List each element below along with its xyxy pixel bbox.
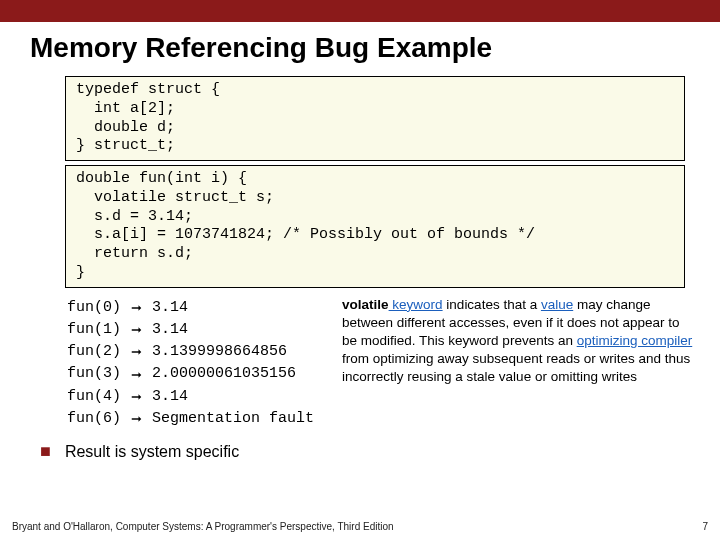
text-fragment: indicates that a bbox=[443, 297, 541, 312]
footer: Bryant and O'Hallaron, Computer Systems:… bbox=[12, 521, 708, 532]
bullet-text: Result is system specific bbox=[65, 443, 239, 461]
out-cell: 3.1399998664856 bbox=[152, 342, 322, 362]
explanation-text: volatile keyword indicates that a value … bbox=[342, 296, 700, 463]
out-cell: 3.14 bbox=[152, 320, 322, 340]
bullet-item: ■ Result is system specific bbox=[40, 441, 324, 462]
out-cell: 2.00000061035156 bbox=[152, 364, 322, 384]
slide-title: Memory Referencing Bug Example bbox=[0, 22, 720, 76]
table-row: fun(3)➞2.00000061035156 bbox=[67, 364, 322, 384]
out-cell: 3.14 bbox=[152, 387, 322, 407]
arrow-icon: ➞ bbox=[131, 409, 150, 429]
table-row: fun(4)➞3.14 bbox=[67, 387, 322, 407]
call-cell: fun(2) bbox=[67, 342, 129, 362]
results-column: fun(0)➞3.14 fun(1)➞3.14 fun(2)➞3.1399998… bbox=[65, 296, 324, 463]
footer-citation: Bryant and O'Hallaron, Computer Systems:… bbox=[12, 521, 394, 532]
out-cell: 3.14 bbox=[152, 298, 322, 318]
table-row: fun(2)➞3.1399998664856 bbox=[67, 342, 322, 362]
results-table: fun(0)➞3.14 fun(1)➞3.14 fun(2)➞3.1399998… bbox=[65, 296, 324, 432]
kw-volatile: volatile bbox=[342, 297, 389, 312]
arrow-icon: ➞ bbox=[131, 342, 150, 362]
link-value: value bbox=[541, 297, 573, 312]
code-block-fun: double fun(int i) { volatile struct_t s;… bbox=[65, 165, 685, 288]
code-block-struct: typedef struct { int a[2]; double d; } s… bbox=[65, 76, 685, 161]
text-fragment: from optimizing away subsequent reads or… bbox=[342, 351, 690, 384]
arrow-icon: ➞ bbox=[131, 298, 150, 318]
header-bar bbox=[0, 0, 720, 22]
table-row: fun(6)➞Segmentation fault bbox=[67, 409, 322, 429]
call-cell: fun(1) bbox=[67, 320, 129, 340]
arrow-icon: ➞ bbox=[131, 364, 150, 384]
call-cell: fun(0) bbox=[67, 298, 129, 318]
call-cell: fun(6) bbox=[67, 409, 129, 429]
arrow-icon: ➞ bbox=[131, 320, 150, 340]
link-optimizing-compiler: optimizing compiler bbox=[577, 333, 693, 348]
arrow-icon: ➞ bbox=[131, 387, 150, 407]
bullet-icon: ■ bbox=[40, 441, 51, 462]
call-cell: fun(3) bbox=[67, 364, 129, 384]
slide-number: 7 bbox=[702, 521, 708, 532]
out-cell: Segmentation fault bbox=[152, 409, 322, 429]
table-row: fun(1)➞3.14 bbox=[67, 320, 322, 340]
call-cell: fun(4) bbox=[67, 387, 129, 407]
table-row: fun(0)➞3.14 bbox=[67, 298, 322, 318]
link-keyword: keyword bbox=[389, 297, 443, 312]
